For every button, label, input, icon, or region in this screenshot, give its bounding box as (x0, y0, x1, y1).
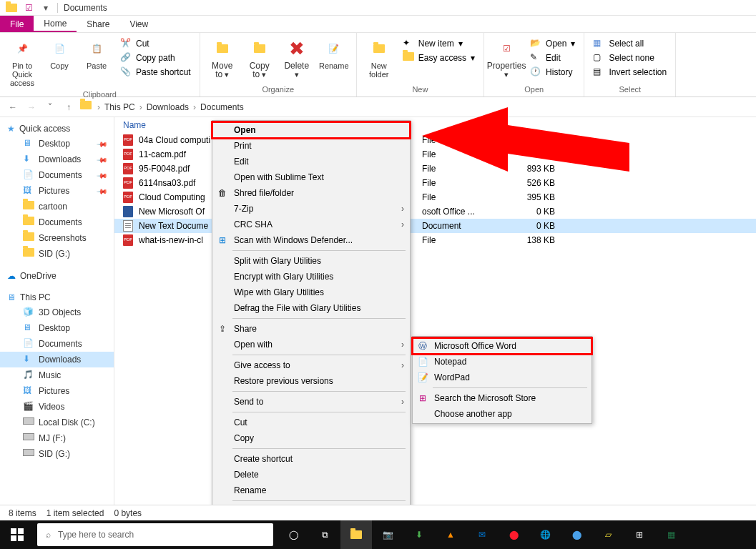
copy-path-button[interactable]: 🔗Copy path (116, 51, 195, 64)
open-button[interactable]: 📂Open ▾ (526, 37, 579, 50)
invert-selection-button[interactable]: ▤Invert selection (589, 66, 671, 79)
calculator-icon[interactable]: ⊞ (624, 520, 655, 549)
file-row[interactable]: 04a Cloud computi File (114, 133, 756, 147)
ctx-sublime[interactable]: Open with Sublime Text (212, 169, 410, 185)
start-button[interactable] (0, 520, 34, 549)
mail-icon[interactable]: ✉ (466, 520, 498, 549)
sidebar-onedrive[interactable]: ☁OneDrive (0, 269, 114, 283)
ctx-rename[interactable]: Rename (212, 483, 410, 498)
ctx-defrag[interactable]: Defrag the File with Glary Utilities (212, 300, 410, 316)
ctx-print[interactable]: Print (212, 138, 410, 154)
paste-button[interactable]: 📋Paste (79, 36, 114, 71)
properties-button[interactable]: ☑Properties ▾ (489, 36, 524, 80)
sidebar-item[interactable]: Documents (0, 214, 114, 230)
column-size[interactable] (495, 120, 545, 130)
sidebar-item[interactable]: MJ (F:) (0, 430, 114, 446)
file-row[interactable]: New Text Docume Document 0 KB (114, 219, 756, 233)
idm-icon[interactable]: ⬇ (403, 520, 435, 549)
ctx-wipe[interactable]: Wipe with Glary Utilities (212, 285, 410, 300)
ctx-encrypt[interactable]: Encrypt with Glary Utilities (212, 269, 410, 285)
ctx-edit[interactable]: Edit (212, 154, 410, 169)
ctx-split[interactable]: Split with Glary Utilities (212, 253, 410, 269)
breadcrumb-item[interactable]: This PC (103, 102, 137, 112)
easy-access-button[interactable]: Easy access ▾ (398, 51, 479, 64)
openwith-notepad[interactable]: 📄Notepad (413, 354, 591, 370)
explorer-icon[interactable] (340, 520, 372, 549)
column-headers[interactable]: Name (114, 117, 756, 133)
select-all-button[interactable]: ▦Select all (589, 37, 671, 50)
sidebar-item[interactable]: Screenshots (0, 230, 114, 246)
sidebar-quick-access[interactable]: ★Quick access (0, 122, 114, 136)
excel-icon[interactable]: ▦ (655, 520, 687, 549)
sidebar-item[interactable]: SID (G:) (0, 246, 114, 262)
edit-button[interactable]: ✎Edit (526, 51, 579, 64)
file-list-pane[interactable]: Name 04a Cloud computi File 11-cacm.pdf … (114, 117, 756, 532)
copy-to-button[interactable]: Copy to ▾ (242, 36, 278, 80)
cut-button[interactable]: ✂️Cut (116, 37, 195, 50)
cortana-icon[interactable]: ◯ (278, 520, 309, 549)
sidebar-item[interactable]: 🖥Desktop (0, 320, 114, 336)
ctx-create-shortcut[interactable]: Create shortcut (212, 451, 410, 467)
recent-button[interactable]: ˅ (43, 100, 57, 114)
new-item-button[interactable]: ✦New item ▾ (398, 37, 479, 50)
file-row[interactable]: what-is-new-in-cl File 138 KB (114, 233, 756, 247)
qat-dropdown-icon[interactable]: ▾ (40, 2, 51, 14)
ctx-delete[interactable]: Delete (212, 467, 410, 483)
openwith-choose[interactable]: Choose another app (413, 406, 591, 422)
rename-button[interactable]: 📝Rename (316, 36, 352, 71)
sidebar-item[interactable]: SID (G:) (0, 446, 114, 462)
column-type[interactable] (416, 120, 495, 130)
sidebar-item[interactable]: 🧊3D Objects (0, 305, 114, 320)
ctx-crcsha[interactable]: CRC SHA› (212, 217, 410, 232)
sidebar-item[interactable]: Local Disk (C:) (0, 415, 114, 430)
navigation-pane[interactable]: ★Quick access 🖥Desktop⬇Downloads📄Documen… (0, 117, 114, 532)
history-button[interactable]: 🕐History (526, 66, 579, 79)
context-menu[interactable]: Open Print Edit Open with Sublime Text 🗑… (212, 120, 411, 521)
sidebar-item[interactable]: 📄Documents (0, 336, 114, 352)
chrome-icon[interactable]: 🌐 (529, 520, 561, 549)
sidebar-item[interactable]: 🖼Pictures (0, 183, 114, 199)
open-with-submenu[interactable]: ⓌMicrosoft Office Word 📄Notepad 📝WordPad… (412, 336, 592, 424)
sidebar-item[interactable]: 📄Documents (0, 167, 114, 183)
sidebar-item[interactable]: 🎬Videos (0, 399, 114, 415)
file-row[interactable]: 6114nsa03.pdf File 526 KB (114, 176, 756, 190)
ctx-copy[interactable]: Copy (212, 430, 410, 446)
pin-quick-access-button[interactable]: 📌Pin to Quick access (4, 36, 40, 89)
ctx-open-with[interactable]: Open with› (212, 337, 410, 352)
ctx-7zip[interactable]: 7-Zip› (212, 201, 410, 217)
ctx-send-to[interactable]: Send to› (212, 394, 410, 410)
file-row[interactable]: 95-F0048.pdf File 893 KB (114, 162, 756, 176)
chromium-icon[interactable]: ⬤ (561, 520, 592, 549)
paste-shortcut-button[interactable]: 📎Paste shortcut (116, 66, 195, 79)
vlc-icon[interactable]: ▲ (435, 520, 466, 549)
breadcrumb-item[interactable]: Downloads (145, 102, 190, 112)
ctx-share[interactable]: ⇪Share (212, 321, 410, 337)
copy-button[interactable]: 📄Copy (41, 36, 77, 71)
delete-button[interactable]: ✖Delete ▾ (279, 36, 315, 80)
select-none-button[interactable]: ▢Select none (589, 51, 671, 64)
properties-quick-icon[interactable]: ☑ (23, 2, 34, 14)
file-row[interactable]: New Microsoft Of osoft Office ... 0 KB (114, 204, 756, 219)
openwith-store[interactable]: ⊞Search the Microsoft Store (413, 390, 591, 406)
forward-button[interactable]: → (24, 100, 39, 114)
ctx-restore[interactable]: Restore previous versions (212, 373, 410, 389)
breadcrumb-item[interactable]: Documents (199, 102, 245, 112)
taskbar-search[interactable]: ⌕Type here to search (37, 523, 273, 546)
openwith-word[interactable]: ⓌMicrosoft Office Word (413, 338, 591, 354)
task-view-icon[interactable]: ⧉ (309, 520, 340, 549)
camera-icon[interactable]: 📷 (372, 520, 403, 549)
ctx-open[interactable]: Open (212, 122, 410, 138)
sidebar-item[interactable]: ⬇Downloads (0, 152, 114, 167)
notes-icon[interactable]: ▱ (592, 520, 624, 549)
file-row[interactable]: 11-cacm.pdf File (114, 147, 756, 162)
back-button[interactable]: ← (6, 100, 20, 114)
move-to-button[interactable]: Move to ▾ (205, 36, 240, 80)
opera-icon[interactable]: ⬤ (498, 520, 529, 549)
tab-file[interactable]: File (0, 16, 34, 32)
taskbar[interactable]: ⌕Type here to search ◯ ⧉ 📷 ⬇ ▲ ✉ ⬤ 🌐 ⬤ ▱… (0, 520, 756, 549)
ctx-defender[interactable]: ⊞Scan with Windows Defender... (212, 232, 410, 248)
breadcrumb[interactable]: › This PC › Downloads › Documents (97, 102, 245, 112)
file-row[interactable]: Cloud Computing File 395 KB (114, 190, 756, 204)
tab-view[interactable]: View (119, 16, 158, 32)
sidebar-item[interactable]: 🎵Music (0, 367, 114, 383)
